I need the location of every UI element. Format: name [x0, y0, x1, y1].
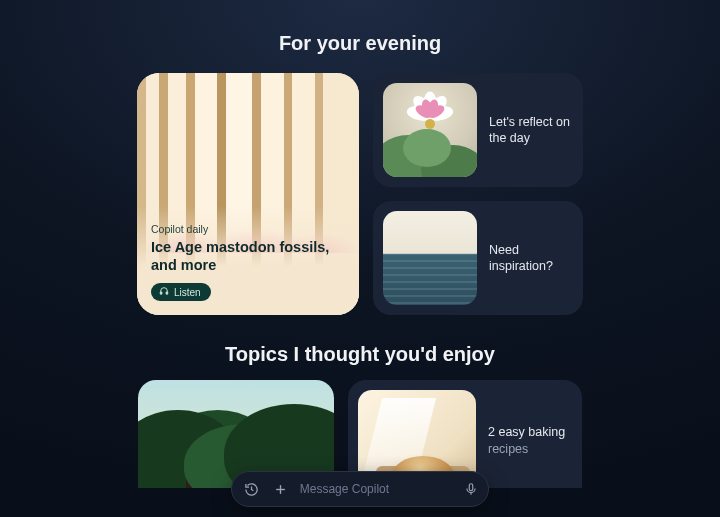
daily-card-title: Ice Age mastodon fossils, and more	[151, 238, 345, 274]
home-feed: For your evening Copilot daily Ice Age m…	[0, 0, 720, 488]
message-input-bar	[231, 471, 489, 507]
lotus-thumb	[383, 83, 477, 177]
ocean-thumb	[383, 211, 477, 305]
section-title-topics: Topics I thought you'd enjoy	[225, 343, 495, 366]
listen-label: Listen	[174, 287, 201, 298]
section-title-evening: For your evening	[279, 32, 441, 55]
daily-card[interactable]: Copilot daily Ice Age mastodon fossils, …	[137, 73, 359, 315]
side-card-label: Need inspiration?	[489, 242, 573, 275]
topic-card-text: 2 easy baking recipes	[488, 390, 565, 458]
svg-rect-0	[160, 292, 162, 295]
svg-rect-4	[469, 484, 473, 491]
side-card-inspiration[interactable]: Need inspiration?	[373, 201, 583, 315]
topic-line-1: 2 easy baking	[488, 424, 565, 441]
daily-card-eyebrow: Copilot daily	[151, 223, 345, 235]
listen-button[interactable]: Listen	[151, 283, 211, 301]
history-button[interactable]	[242, 478, 261, 500]
daily-card-meta: Copilot daily Ice Age mastodon fossils, …	[137, 223, 359, 315]
headphones-icon	[159, 286, 169, 298]
svg-rect-1	[166, 292, 168, 295]
new-chat-button[interactable]	[271, 478, 290, 500]
topic-line-2: recipes	[488, 441, 565, 458]
evening-side-column: Let's reflect on the day Need inspiratio…	[373, 73, 583, 315]
side-card-label: Let's reflect on the day	[489, 114, 573, 147]
mic-button[interactable]	[460, 476, 482, 502]
message-input[interactable]	[300, 482, 450, 496]
evening-row: Copilot daily Ice Age mastodon fossils, …	[137, 73, 583, 315]
side-card-reflect[interactable]: Let's reflect on the day	[373, 73, 583, 187]
